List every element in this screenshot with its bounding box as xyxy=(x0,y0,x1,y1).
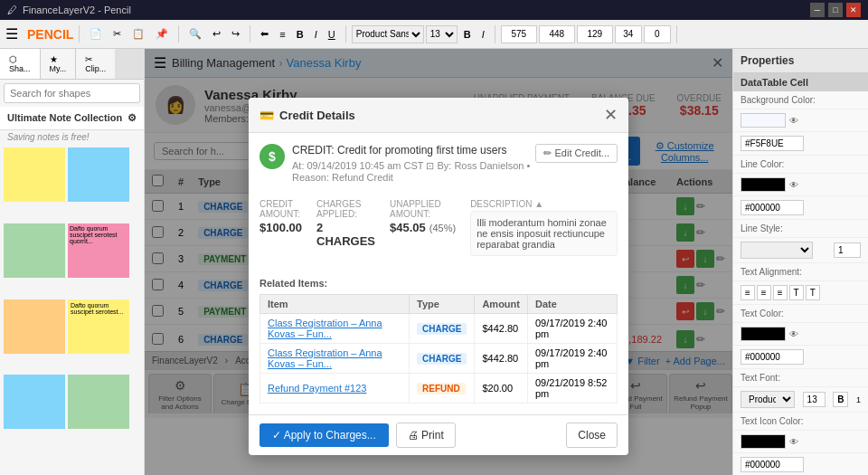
unapplied-percent: (45%) xyxy=(429,223,456,233)
dollar-icon: $ xyxy=(259,144,285,169)
align-top-btn[interactable]: T xyxy=(806,285,820,300)
rp-text-align-label: Text Alignment: xyxy=(741,267,802,277)
rp-line-color-hex-row xyxy=(733,196,868,220)
item-link[interactable]: Class Registration – Anna Kovas – Fun... xyxy=(268,318,382,339)
field1-input[interactable] xyxy=(615,25,642,43)
angle-input[interactable] xyxy=(577,25,613,43)
tab-shapes[interactable]: ⬡ Sha... xyxy=(0,49,41,79)
minimize-btn[interactable]: ─ xyxy=(810,3,825,17)
edit-credit-btn[interactable]: ✏ Edit Credit... xyxy=(535,144,618,163)
mystuff-icon: ★ xyxy=(50,54,67,64)
rp-text-align-buttons: ≡ ≡ ≡ T T xyxy=(733,281,868,305)
height-input[interactable] xyxy=(539,25,575,43)
sticky-notes-area: Dafto quorum suscipet serotest quorrit..… xyxy=(0,144,144,451)
tab-clipart[interactable]: ✂ Clip... xyxy=(76,49,115,79)
credit-header-row: $ CREDIT: Credit for promoting first tim… xyxy=(259,144,618,194)
description-field: DESCRIPTION ▲ Illi moderantum homini zon… xyxy=(470,199,618,267)
align-center-btn[interactable]: ≡ xyxy=(275,26,289,43)
shape-search-input[interactable] xyxy=(4,83,140,103)
maximize-btn[interactable]: □ xyxy=(828,3,843,17)
related-type: CHARGE xyxy=(410,314,475,344)
sticky-note xyxy=(4,147,65,202)
rp-bg-color-label: Background Color: xyxy=(741,95,816,105)
rp-line-color-value-row: 👁 xyxy=(733,174,868,196)
icon-color-swatch[interactable] xyxy=(741,434,786,449)
rp-text-color-hex-row xyxy=(733,346,868,369)
field2-input[interactable] xyxy=(644,25,671,43)
charges-applied-field: CHARGES APPLIED: 2 CHARGES xyxy=(316,199,375,248)
related-date: 09/17/2019 2:40 pm xyxy=(527,344,617,374)
credit-title-text: CREDIT: Credit for promoting first time … xyxy=(292,144,535,157)
related-type: CHARGE xyxy=(410,344,475,374)
align-left-btn[interactable]: ≡ xyxy=(741,285,755,300)
line-color-swatch[interactable] xyxy=(741,177,786,192)
align-right-btn[interactable]: ≡ xyxy=(773,285,788,300)
italic-format-btn[interactable]: I xyxy=(310,26,322,43)
undo-btn[interactable]: ↩ xyxy=(208,25,225,43)
rp-icon-color-value-row: 👁 xyxy=(733,431,868,453)
description-text: Illi moderantum homini zonae ne ensis in… xyxy=(470,211,618,256)
text-color-eye-icon[interactable]: 👁 xyxy=(789,329,798,339)
align-justify-btn[interactable]: T xyxy=(789,285,804,300)
item-link[interactable]: Refund Payment #123 xyxy=(268,383,366,394)
underline-format-btn[interactable]: U xyxy=(324,26,340,43)
width-input[interactable] xyxy=(501,25,537,43)
item-link[interactable]: Class Registration – Anna Kovas – Fun... xyxy=(268,347,382,369)
bg-color-eye-icon[interactable]: 👁 xyxy=(789,116,798,126)
modal-close-btn[interactable]: ✕ xyxy=(604,105,618,125)
sticky-note xyxy=(4,299,65,354)
related-items-title: Related Items: xyxy=(259,278,618,289)
credit-meta: At: 09/14/2019 10:45 am CST ⊡ By: Ross D… xyxy=(292,160,535,183)
line-color-eye-icon[interactable]: 👁 xyxy=(789,180,798,190)
rp-text-color-value: 👁 xyxy=(741,327,798,341)
redo-btn[interactable]: ↪ xyxy=(227,25,244,43)
font-size-select[interactable]: 13 xyxy=(426,25,458,43)
sticky-note xyxy=(68,375,129,429)
right-panel-header: Properties xyxy=(733,49,868,73)
icon-color-hex-input[interactable] xyxy=(741,457,804,472)
rth-amount: Amount xyxy=(475,295,528,314)
cut-btn[interactable]: ✂ xyxy=(108,25,126,43)
print-btn[interactable]: 🖨 Print xyxy=(396,423,456,448)
font-bold-btn[interactable]: B xyxy=(459,26,476,43)
toolbar-format-section: ⬅ ≡ B I U xyxy=(256,25,345,43)
font-family-select[interactable]: Product Sans xyxy=(352,25,424,43)
copy-btn[interactable]: 📋 xyxy=(127,25,149,43)
text-color-hex-input[interactable] xyxy=(741,349,804,365)
modal-title: 💳 Credit Details xyxy=(259,109,355,122)
align-left-btn[interactable]: ⬅ xyxy=(256,25,273,43)
text-font-size[interactable] xyxy=(803,392,826,407)
window-title: FinanceLayerV2 - Pencil xyxy=(23,5,810,15)
modal-close-footer-btn[interactable]: Close xyxy=(566,423,618,448)
tab-mystuff[interactable]: ★ My... xyxy=(41,49,77,79)
bold-format-btn[interactable]: B xyxy=(292,26,308,43)
text-bold-btn[interactable]: B xyxy=(833,392,848,407)
text-color-swatch[interactable] xyxy=(741,327,786,341)
bg-color-swatch[interactable] xyxy=(741,113,786,128)
bg-color-hex-input[interactable] xyxy=(741,136,804,151)
icon-color-eye-icon[interactable]: 👁 xyxy=(789,437,798,447)
font-italic-btn[interactable]: I xyxy=(477,26,489,43)
settings-icon[interactable]: ⚙ xyxy=(127,112,137,124)
line-style-select[interactable] xyxy=(741,242,813,259)
line-style-num[interactable] xyxy=(834,242,861,258)
align-center-btn[interactable]: ≡ xyxy=(757,285,771,300)
rp-line-style-inputs xyxy=(733,238,868,263)
description-label: DESCRIPTION ▲ xyxy=(470,199,618,209)
modal-overlay: 💳 Credit Details ✕ $ CREDIT: Credit for … xyxy=(145,49,732,475)
modal-body: $ CREDIT: Credit for promoting first tim… xyxy=(249,133,628,414)
new-btn[interactable]: 📄 xyxy=(85,25,107,43)
text-align-group: ≡ ≡ ≡ T T xyxy=(741,285,820,300)
sticky-note xyxy=(4,223,65,278)
close-btn[interactable]: ✕ xyxy=(846,3,861,17)
search-btn[interactable]: 🔍 xyxy=(184,25,206,43)
line-color-hex-input[interactable] xyxy=(741,200,804,215)
apply-to-charges-btn[interactable]: ✓ Apply to Charges... xyxy=(259,423,389,447)
rp-line-color-value: 👁 xyxy=(741,177,798,192)
rp-text-font-row: Text Font: xyxy=(733,369,868,387)
text-font-select[interactable]: Product Sa... xyxy=(741,391,795,408)
rp-text-font-controls: Product Sa... B 1 xyxy=(733,387,868,413)
related-row: Refund Payment #123 REFUND $20.00 09/21/… xyxy=(260,374,618,404)
content-area: ☰ Billing Management › Vanessa Kirby ✕ 👩… xyxy=(145,49,732,475)
paste-btn[interactable]: 📌 xyxy=(151,25,173,43)
